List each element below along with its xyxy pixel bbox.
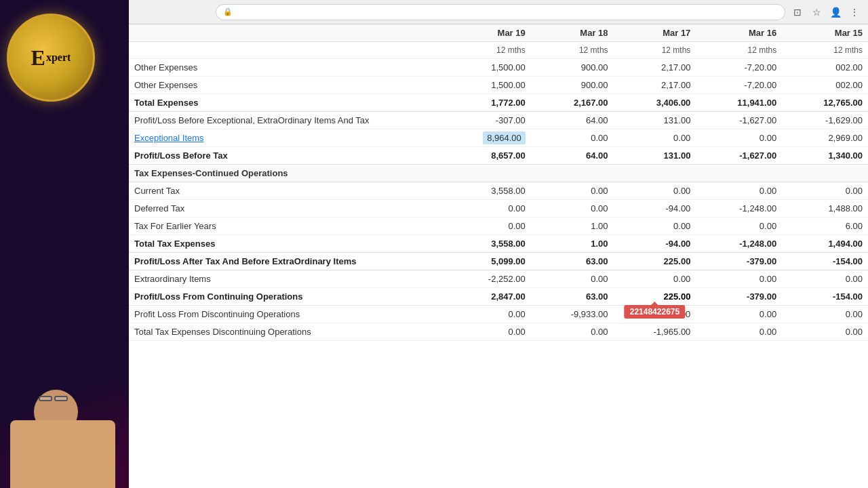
row-label: Other Expenses [129, 77, 439, 94]
column-subheaders-row: 12 mths 12 mths 12 mths 12 mths 12 mths [129, 42, 868, 59]
lock-icon: 🔒 [223, 7, 233, 16]
cell-value [614, 165, 696, 182]
cell-value: 0.00 [614, 270, 696, 288]
row-label: Tax For Earlier Years [129, 218, 439, 235]
cell-value: 1,488.00 [782, 200, 868, 218]
cell-value: 12,765.00 [782, 94, 868, 112]
cell-value: -7,20.00 [696, 77, 782, 94]
tooltip: 22148422675 [625, 305, 685, 319]
bookmark-star-icon[interactable]: ☆ [808, 4, 825, 20]
person-body [10, 420, 115, 488]
exceptional-items-link[interactable]: Exceptional Items [134, 133, 204, 143]
extensions-icon[interactable]: ⊡ [789, 4, 806, 20]
cell-value [782, 165, 868, 182]
row-label: Profit/Loss After Tax And Before ExtraOr… [129, 253, 439, 270]
cell-val: 1,500.00 [439, 59, 531, 77]
mar16-header: Mar 16 [696, 24, 782, 42]
menu-icon[interactable]: ⋮ [846, 4, 863, 20]
cell-value: -1,965.00 [614, 323, 696, 341]
profile-icon[interactable]: 👤 [827, 4, 844, 20]
cell-value: 0.00 [782, 182, 868, 200]
logo-xpert: xpert [46, 52, 71, 64]
cell-value: 0.00 [531, 129, 614, 147]
table-row: Profit/Loss Before Tax8,657.0064.00131.0… [129, 147, 868, 165]
cell-value: 6.00 [782, 218, 868, 235]
cell-value: 1.00 [531, 218, 614, 235]
cell-value: 64.00 [531, 112, 614, 129]
column-headers-row: Mar 19 Mar 18 Mar 17 Mar 16 Mar 15 [129, 24, 868, 42]
cell-value: 11,941.00 [696, 94, 782, 112]
cell-value: -154.00 [782, 253, 868, 270]
cell-value: 0.00 [439, 306, 531, 323]
mar19-subheader: 12 mths [439, 42, 531, 59]
cell-value: 0.00 [696, 129, 782, 147]
refresh-button[interactable] [175, 4, 191, 20]
cell-val: 002.00 [782, 59, 868, 77]
cell-value: 0.00 [696, 306, 782, 323]
cell-value: -379.00 [696, 253, 782, 270]
mar15-header: Mar 15 [782, 24, 868, 42]
cell-value: 0.00 [439, 323, 531, 341]
cell-value: 1,340.00 [782, 147, 868, 165]
financial-table-container: Mar 19 Mar 18 Mar 17 Mar 16 Mar 15 12 mt… [129, 24, 868, 341]
cell-value: 0.00 [614, 129, 696, 147]
cell-value: 0.00 [439, 218, 531, 235]
cell-value: 2,167.00 [531, 94, 614, 112]
cell-value: 8,657.00 [439, 147, 531, 165]
cell-value: 1,494.00 [782, 235, 868, 253]
mar15-subheader: 12 mths [782, 42, 868, 59]
cell-value: 0.00 [696, 270, 782, 288]
table-row: Total Expenses1,772.002,167.003,406.0011… [129, 94, 868, 112]
cell-value: 63.00 [531, 253, 614, 270]
cell-value: -1,627.00 [696, 147, 782, 165]
mar19-header: Mar 19 [439, 24, 531, 42]
table-row: Tax For Earlier Years0.001.000.000.006.0… [129, 218, 868, 235]
cell-value: 002.00 [782, 77, 868, 94]
row-label: Extraordinary Items [129, 270, 439, 288]
cell-value: 8,964.00 [439, 129, 531, 147]
home-button[interactable] [195, 4, 212, 20]
cell-value: 1,500.00 [439, 77, 531, 94]
toolbar-actions: ⊡ ☆ 👤 ⋮ [789, 4, 863, 20]
mar18-subheader: 12 mths [531, 42, 614, 59]
mar18-header: Mar 18 [531, 24, 614, 42]
cell-value: 0.00 [696, 323, 782, 341]
cell-value: 2,969.00 [782, 129, 868, 147]
address-bar[interactable]: 🔒 [216, 4, 785, 20]
table-body: Other Expenses 1,500.00 900.00 2,17.00 -… [129, 59, 868, 341]
cell-value: 131.00 [614, 112, 696, 129]
forward-button[interactable] [155, 4, 171, 20]
logo: E xpert [7, 14, 95, 102]
cell-value: 0.00 [531, 323, 614, 341]
cell-value: 3,406.00 [614, 94, 696, 112]
cell-value: -2,252.00 [439, 270, 531, 288]
glasses-left [39, 396, 52, 401]
cell-value: -1,248.00 [696, 200, 782, 218]
logo-e: E [31, 45, 45, 70]
cell-value: 5,099.00 [439, 253, 531, 270]
row-label: Profit/Loss From Continuing Operations [129, 288, 439, 306]
row-label: Deferred Tax [129, 200, 439, 218]
cell-value: 900.00 [531, 77, 614, 94]
browser-window: 🔒 ⊡ ☆ 👤 ⋮ Mar 19 Mar 18 Mar 17 Mar 16 [129, 0, 868, 488]
cell-value: 0.00 [782, 270, 868, 288]
table-row: Tax Expenses-Continued Operations [129, 165, 868, 182]
table-row: Total Tax Expenses Discontinuing Operati… [129, 323, 868, 341]
row-label: Total Expenses [129, 94, 439, 112]
browser-toolbar: 🔒 ⊡ ☆ 👤 ⋮ [129, 0, 868, 24]
cell-value: -1,627.00 [696, 112, 782, 129]
row-label: Exceptional Items [129, 129, 439, 147]
mar16-subheader: 12 mths [696, 42, 782, 59]
back-button[interactable] [134, 4, 151, 20]
cell-value: -9,933.00 [531, 306, 614, 323]
table-row: Profit Loss From Discontinuing Operation… [129, 306, 868, 323]
row-label: Profit Loss From Discontinuing Operation… [129, 306, 439, 323]
cell-value: 3,558.00 [439, 235, 531, 253]
cell-value: -94.00 [614, 200, 696, 218]
cell-value: 2,17.00 [614, 77, 696, 94]
cell-value: 63.00 [531, 288, 614, 306]
cell-value: 1,772.00 [439, 94, 531, 112]
table-row: Deferred Tax0.000.00-94.00-1,248.001,488… [129, 200, 868, 218]
cell-value: 0.00 [696, 182, 782, 200]
row-label: Tax Expenses-Continued Operations [129, 165, 439, 182]
